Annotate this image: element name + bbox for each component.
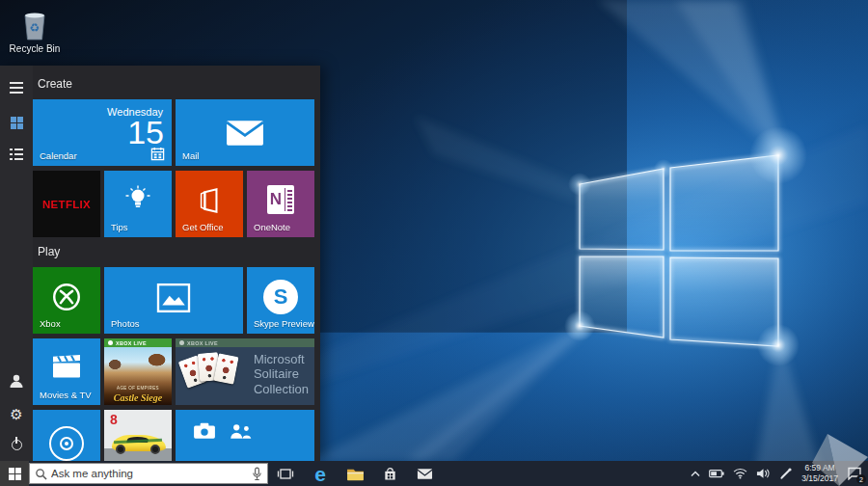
tile-label: Photos [111, 318, 140, 329]
cortana-search-box[interactable] [29, 463, 268, 484]
tile-groove-music[interactable] [33, 410, 100, 461]
chevron-up-icon [691, 471, 700, 477]
playing-card [213, 353, 238, 384]
tile-onenote[interactable]: N OneNote [247, 171, 314, 237]
task-view-button[interactable] [268, 461, 303, 486]
groove-music-icon [33, 410, 100, 461]
calendar-icon [150, 147, 165, 161]
xbox-live-label: XBOX LIVE [187, 340, 218, 345]
notification-badge: 2 [856, 474, 866, 484]
castle-siege-series: AGE OF EMPIRES [113, 386, 164, 391]
recycle-bin-icon: ♻ [6, 8, 64, 42]
tile-tips[interactable]: Tips [104, 171, 172, 237]
taskbar-clock[interactable]: 6:59 AM 3/15/2017 [801, 463, 838, 483]
people-icon [230, 423, 253, 440]
tile-label: Xbox [40, 318, 61, 329]
tile-group-create: Create [38, 77, 72, 91]
search-icon [35, 468, 47, 480]
svg-text:♻: ♻ [30, 21, 41, 35]
pinned-tiles-icon [11, 117, 23, 129]
calendar-day: 15 [127, 115, 164, 150]
file-explorer-icon [346, 467, 365, 481]
user-icon [9, 373, 24, 389]
car-wheel [150, 445, 160, 454]
xbox-sphere-icon [179, 340, 184, 345]
pinned-tiles-button[interactable] [0, 108, 33, 137]
tile-asphalt-8[interactable]: 8 [104, 410, 172, 461]
castle-siege-title: Castle Siege [104, 392, 172, 403]
battery-indicator[interactable] [709, 469, 724, 478]
network-indicator[interactable] [733, 468, 747, 479]
mail-app-button[interactable] [407, 461, 442, 486]
tile-solitaire-collection[interactable]: XBOX LIVE Microsoft Solitaire Collection [176, 338, 314, 405]
user-account-button[interactable] [0, 366, 33, 395]
volume-indicator[interactable] [756, 468, 771, 479]
tile-get-office[interactable]: Get Office [176, 171, 243, 237]
gear-icon: ⚙ [10, 407, 22, 421]
pen-icon [779, 467, 793, 480]
solitaire-line: Solitaire [254, 366, 309, 381]
tray-overflow-button[interactable] [691, 471, 700, 477]
asphalt-8-number: 8 [110, 412, 118, 427]
store-button[interactable] [372, 461, 407, 486]
tile-netflix[interactable]: NETFLIX [33, 171, 100, 237]
tile-calendar[interactable]: Wednesday 15 Calendar [33, 99, 172, 166]
start-tiles-area: Create Play Wednesday 15 Calendar [33, 66, 320, 461]
recycle-bin-label: Recycle Bin [6, 43, 64, 54]
onenote-letter: N [267, 185, 285, 214]
action-center-button[interactable]: 2 [847, 467, 862, 480]
start-button[interactable] [0, 461, 29, 486]
all-apps-button[interactable] [0, 140, 33, 169]
tile-label: Movies & TV [40, 390, 92, 400]
clock-date: 3/15/2017 [801, 473, 838, 484]
power-button[interactable] [0, 430, 33, 459]
car-wheel [116, 445, 125, 454]
windows-ink-button[interactable] [779, 467, 793, 480]
system-tray: 6:59 AM 3/15/2017 2 [691, 463, 868, 483]
tile-label: Mail [182, 150, 199, 161]
file-explorer-button[interactable] [338, 461, 372, 486]
mail-icon [417, 468, 433, 480]
tile-movies-tv[interactable]: Movies & TV [33, 338, 100, 405]
battery-icon [709, 469, 724, 478]
store-icon [383, 466, 397, 482]
castle-siege-artwork: AGE OF EMPIRES Castle Siege [104, 347, 172, 405]
edge-button[interactable]: e [303, 461, 338, 486]
xbox-live-banner: XBOX LIVE [104, 338, 172, 347]
edge-icon: e [314, 464, 326, 484]
tile-xbox[interactable]: Xbox [33, 267, 100, 334]
microphone-icon[interactable] [252, 467, 262, 481]
solitaire-line: Microsoft [254, 352, 309, 366]
tile-label: Skype Preview [254, 318, 314, 329]
solitaire-title: Microsoft Solitaire Collection [254, 352, 309, 396]
xbox-live-banner: XBOX LIVE [176, 338, 314, 347]
xbox-sphere-icon [108, 340, 113, 345]
tile-label: Tips [111, 222, 128, 232]
tile-castle-siege[interactable]: XBOX LIVE AGE OF EMPIRES Castle Siege [104, 338, 172, 405]
wifi-icon [733, 468, 747, 479]
task-view-icon [277, 468, 294, 480]
expand-menu-button[interactable] [0, 73, 33, 102]
camera-icon [193, 422, 216, 440]
all-apps-icon [10, 148, 23, 160]
tile-label: Get Office [182, 222, 224, 232]
tile-mail[interactable]: Mail [176, 99, 314, 166]
recycle-bin-shortcut[interactable]: ♻ Recycle Bin [6, 8, 64, 54]
tile-skype-preview[interactable]: S Skype Preview [247, 267, 314, 334]
tile-live-camera-people[interactable] [176, 410, 314, 461]
taskbar: e [0, 461, 868, 486]
tile-photos[interactable]: Photos [104, 267, 243, 334]
xbox-live-label: XBOX LIVE [116, 340, 147, 345]
hamburger-icon [10, 82, 23, 94]
tile-label: OneNote [254, 222, 290, 232]
start-menu-rail: ⚙ [0, 66, 33, 461]
desktop: ♻ Recycle Bin [0, 0, 868, 486]
windows-logo-icon [9, 468, 21, 480]
clock-time: 6:59 AM [801, 463, 838, 473]
settings-button[interactable]: ⚙ [0, 399, 33, 428]
search-input[interactable] [51, 468, 248, 479]
skype-letter: S [274, 284, 288, 310]
start-menu: ⚙ Create Play Wednesday 15 [0, 66, 320, 461]
power-icon [12, 440, 22, 450]
solitaire-line: Collection [254, 382, 309, 396]
